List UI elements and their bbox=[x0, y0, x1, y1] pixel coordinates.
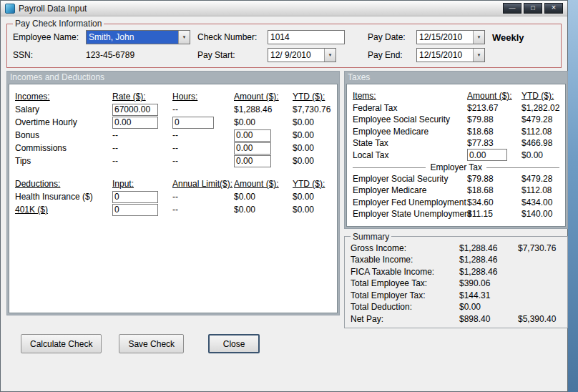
close-window-button[interactable]: × bbox=[544, 3, 563, 14]
overtime-amount: $0.00 bbox=[234, 117, 293, 127]
employer-state-unemployment-label: Employer State Unemployment bbox=[353, 209, 467, 219]
bonus-hours: -- bbox=[172, 130, 234, 140]
local-tax-input[interactable] bbox=[467, 149, 507, 161]
401k-link[interactable]: 401K ($) bbox=[15, 205, 112, 215]
taxes-table: Items: Amount ($): YTD ($): Federal Tax … bbox=[353, 90, 559, 220]
close-button[interactable]: Close bbox=[208, 334, 260, 353]
pay-end-picker[interactable]: 12/15/2010 ▼ bbox=[416, 48, 485, 62]
salary-hours: -- bbox=[172, 104, 234, 114]
bonus-amount-input[interactable] bbox=[234, 129, 271, 142]
employer-state-unemployment-ytd: $140.00 bbox=[521, 209, 559, 219]
commissions-label: Commissions bbox=[15, 143, 112, 153]
window-title: Payroll Data Input bbox=[19, 4, 87, 14]
employer-fed-unemployment-ytd: $434.00 bbox=[521, 197, 559, 207]
employer-tax-divider: Employer Tax bbox=[353, 162, 559, 172]
local-tax-ytd: $0.00 bbox=[521, 150, 559, 160]
local-tax-label: Local Tax bbox=[353, 150, 467, 160]
employer-fed-unemployment-amount: $34.60 bbox=[467, 197, 521, 207]
employee-medicare-amount: $18.68 bbox=[467, 127, 521, 137]
chevron-down-icon: ▼ bbox=[178, 31, 190, 44]
calculate-check-button[interactable]: Calculate Check bbox=[21, 334, 102, 353]
health-insurance-ytd: $0.00 bbox=[293, 192, 331, 202]
overtime-hours-input[interactable] bbox=[172, 117, 214, 129]
tips-rate: -- bbox=[112, 156, 172, 166]
paycheck-info-legend: Pay Check Information bbox=[13, 19, 104, 29]
incomes-deductions-panel: Incomes: Rate ($): Hours: Amount ($): YT… bbox=[9, 84, 338, 313]
federal-tax-amount: $213.67 bbox=[467, 103, 521, 113]
incomes-col-header: Incomes: bbox=[15, 92, 112, 102]
total-employer-tax-amount: $144.31 bbox=[459, 290, 518, 300]
ssn-value: 123-45-6789 bbox=[86, 50, 190, 60]
minimize-button[interactable]: — bbox=[503, 3, 521, 14]
bonus-rate: -- bbox=[112, 130, 172, 140]
commissions-hours: -- bbox=[172, 143, 234, 153]
employer-tax-divider-label: Employer Tax bbox=[430, 162, 481, 172]
commissions-amount-input[interactable] bbox=[234, 142, 271, 155]
employer-fed-unemployment-label: Employer Fed Unemployment bbox=[353, 197, 467, 207]
pay-end-label: Pay End: bbox=[368, 50, 409, 60]
hours-col-header: Hours: bbox=[172, 92, 234, 102]
rate-col-header: Rate ($): bbox=[112, 92, 172, 102]
ded-ytd-col-header: YTD ($): bbox=[293, 179, 331, 189]
overtime-rate-input[interactable] bbox=[112, 117, 158, 129]
title-bar[interactable]: Payroll Data Input — □ × bbox=[1, 1, 567, 16]
bonus-ytd: $0.00 bbox=[293, 130, 331, 140]
ssn-label: SSN: bbox=[13, 50, 79, 60]
401k-input[interactable] bbox=[112, 204, 158, 216]
right-column: Taxes Items: Amount ($): YTD ($): Federa… bbox=[344, 71, 568, 315]
items-col-header: Items: bbox=[353, 91, 467, 101]
total-employer-tax-label: Total Employer Tax: bbox=[351, 290, 459, 300]
tips-label: Tips bbox=[15, 156, 112, 166]
bonus-label: Bonus bbox=[15, 130, 112, 140]
total-deduction-label: Total Deduction: bbox=[351, 302, 459, 312]
pay-date-value: 12/15/2010 bbox=[417, 31, 473, 44]
check-number-input[interactable] bbox=[268, 30, 345, 44]
sections-area: Incomes and Deductions Incomes: Rate ($)… bbox=[6, 71, 562, 315]
summary-table: Gross Income: $1,288.46 $7,730.76 Taxabl… bbox=[351, 242, 562, 325]
incomes-table: Incomes: Rate ($): Hours: Amount ($): YT… bbox=[15, 90, 331, 167]
salary-rate-input[interactable] bbox=[112, 104, 158, 116]
employee-ss-label: Employee Social Security bbox=[353, 114, 467, 124]
tips-hours: -- bbox=[172, 156, 234, 166]
tips-amount-cell bbox=[234, 155, 293, 167]
total-employee-tax-amount: $390.06 bbox=[459, 278, 518, 288]
net-pay-ytd: $5,390.40 bbox=[518, 314, 562, 324]
gross-income-ytd: $7,730.76 bbox=[518, 243, 562, 253]
employer-state-unemployment-amount: $11.15 bbox=[467, 209, 521, 219]
check-number-label: Check Number: bbox=[197, 32, 260, 42]
annual-limit-col-header: Annual Limit($): bbox=[172, 179, 234, 189]
health-insurance-amount: $0.00 bbox=[234, 192, 293, 202]
pay-start-picker[interactable]: 12/ 9/2010 ▼ bbox=[268, 48, 336, 62]
401k-limit: -- bbox=[172, 205, 234, 215]
incomes-deductions-header: Incomes and Deductions bbox=[7, 72, 339, 84]
pay-frequency-label: Weekly bbox=[492, 32, 555, 43]
summary-legend: Summary bbox=[351, 232, 391, 242]
employer-ss-ytd: $479.28 bbox=[521, 174, 559, 184]
federal-tax-ytd: $1,282.02 bbox=[521, 103, 559, 113]
overtime-hours-cell bbox=[172, 117, 234, 129]
maximize-button[interactable]: □ bbox=[524, 3, 542, 14]
employee-name-combobox[interactable]: Smith, John ▼ bbox=[86, 30, 190, 44]
payroll-dialog: Payroll Data Input — □ × Pay Check Infor… bbox=[0, 0, 568, 392]
health-insurance-limit: -- bbox=[172, 192, 234, 202]
health-insurance-label: Health Insurance ($) bbox=[15, 192, 112, 202]
pay-date-picker[interactable]: 12/15/2010 ▼ bbox=[416, 30, 485, 44]
commissions-rate: -- bbox=[112, 143, 172, 153]
ded-amount-col-header: Amount ($): bbox=[234, 179, 293, 189]
health-insurance-input[interactable] bbox=[112, 191, 158, 203]
local-tax-input-cell bbox=[467, 149, 521, 161]
401k-amount: $0.00 bbox=[234, 205, 293, 215]
save-check-button[interactable]: Save Check bbox=[119, 334, 184, 353]
chevron-down-icon: ▼ bbox=[473, 49, 484, 62]
employee-medicare-label: Employee Medicare bbox=[353, 127, 467, 137]
commissions-amount-cell bbox=[234, 142, 293, 155]
summary-group: Summary Gross Income: $1,288.46 $7,730.7… bbox=[344, 232, 568, 329]
net-pay-label: Net Pay: bbox=[351, 314, 459, 324]
overtime-ytd: $0.00 bbox=[293, 117, 331, 127]
tips-amount-input[interactable] bbox=[234, 155, 271, 167]
fica-taxable-income-amount: $1,288.46 bbox=[459, 267, 518, 277]
401k-input-cell bbox=[112, 204, 172, 216]
employer-medicare-ytd: $112.08 bbox=[521, 185, 559, 195]
taxes-header: Taxes bbox=[345, 72, 567, 84]
paycheck-grid: Employee Name: Smith, John ▼ Check Numbe… bbox=[13, 30, 555, 62]
